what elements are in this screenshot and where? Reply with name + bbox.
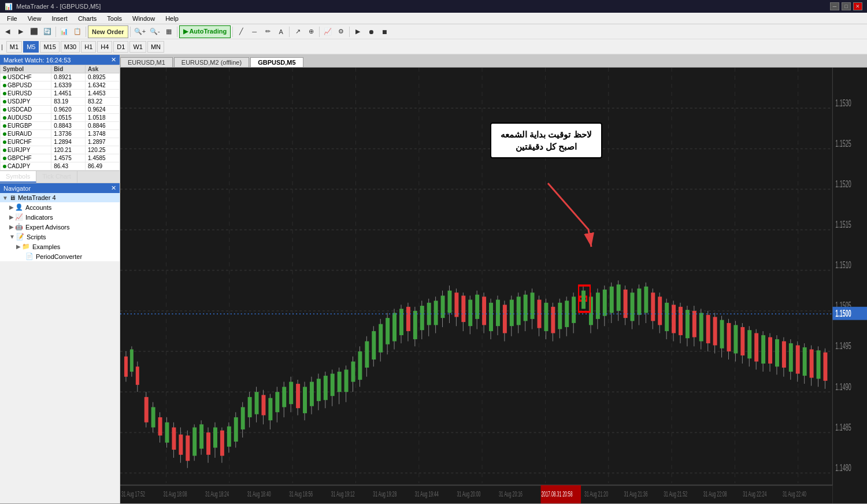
chart-tab-eurusd-m1[interactable]: EURUSD,M1 — [120, 57, 173, 67]
symbol-cell: USDJPY — [1, 98, 51, 106]
nav-scripts[interactable]: ▼ 📝 Scripts — [0, 232, 120, 242]
tb-hline[interactable]: ─ — [248, 25, 261, 38]
chart-canvas[interactable]: GBPUSD,M5 1.1907 1.1908 1.1907 1.1908 — [120, 68, 867, 503]
svg-text:31 Aug 19:28: 31 Aug 19:28 — [373, 490, 397, 498]
market-watch-row[interactable]: USDJPY83.1983.22 — [1, 98, 120, 106]
market-watch-row[interactable]: EURJPY120.21120.25 — [1, 146, 120, 154]
tab-tick-chart[interactable]: Tick Chart — [36, 171, 77, 183]
svg-rect-63 — [261, 395, 265, 415]
tb-arrow[interactable]: ↗ — [291, 25, 304, 38]
svg-rect-174 — [644, 287, 648, 313]
tf-m1[interactable]: M1 — [6, 41, 22, 53]
nav-expert-advisors[interactable]: ▶ 🤖 Expert Advisors — [0, 222, 120, 232]
new-order-button[interactable]: New Order — [88, 25, 128, 38]
svg-rect-119 — [454, 292, 458, 317]
autotrading-button[interactable]: ▶ AutoTrading — [179, 25, 231, 38]
tb-refresh[interactable]: 🔄 — [41, 25, 54, 38]
menu-help[interactable]: Help — [161, 14, 183, 23]
nav-examples[interactable]: ▶ 📁 Examples — [0, 242, 120, 251]
tb-line[interactable]: ╱ — [235, 25, 247, 38]
tf-m30[interactable]: M30 — [61, 41, 80, 53]
svg-rect-198 — [727, 323, 731, 351]
tb-indicators[interactable]: 📈 — [321, 25, 334, 38]
minimize-button[interactable]: ─ — [830, 2, 839, 10]
tb-record[interactable]: ⏺ — [365, 25, 377, 38]
chart-tabs: EURUSD,M1 EURUSD,M2 (offline) GBPUSD,M5 — [120, 55, 867, 68]
svg-rect-196 — [720, 320, 724, 349]
svg-text:1.1520: 1.1520 — [835, 179, 851, 189]
tb-new-chart[interactable]: 📊 — [58, 25, 71, 38]
svg-text:31 Aug 18:24: 31 Aug 18:24 — [205, 490, 229, 498]
market-watch-row[interactable]: GBPUSD1.63391.6342 — [1, 81, 120, 90]
tf-h1[interactable]: H1 — [81, 41, 96, 53]
svg-text:1.1490: 1.1490 — [835, 381, 851, 392]
tb-zoom-in[interactable]: 🔍+ — [132, 25, 147, 38]
market-watch-row[interactable]: AUDUSD1.05151.0518 — [1, 114, 120, 122]
nav-accounts-label: Accounts — [25, 204, 51, 211]
menu-charts[interactable]: Charts — [73, 14, 101, 23]
nav-accounts[interactable]: ▶ 👤 Accounts — [0, 202, 120, 212]
nav-examples-label: Examples — [32, 243, 60, 250]
svg-rect-145 — [544, 303, 548, 331]
status-dot — [3, 124, 6, 128]
svg-rect-51 — [220, 431, 224, 456]
tb-back[interactable]: ◀ — [1, 25, 14, 38]
symbol-cell: GBPCHF — [1, 154, 51, 162]
tf-m5[interactable]: M5 — [23, 41, 39, 53]
toolbar-row-1: ◀ ▶ ⬛ 🔄 📊 📋 New Order 🔍+ 🔍- ▦ ▶ AutoTrad… — [0, 24, 867, 39]
tab-symbols[interactable]: Symbols — [0, 171, 36, 183]
market-watch-row[interactable]: USDCHF0.89210.8925 — [1, 73, 120, 81]
market-watch-row[interactable]: EURGBP0.88430.8846 — [1, 122, 120, 130]
symbol-cell: EURUSD — [1, 90, 51, 98]
tb-stop[interactable]: ⬛ — [28, 25, 40, 38]
market-watch-row[interactable]: EURUSD1.44511.4453 — [1, 90, 120, 98]
tf-w1[interactable]: W1 — [129, 41, 146, 53]
nav-indicators[interactable]: ▶ 📈 Indicators — [0, 212, 120, 222]
tf-m15[interactable]: M15 — [40, 41, 59, 53]
sep5 — [232, 27, 233, 37]
tb-zoom-out[interactable]: 🔍- — [148, 25, 162, 38]
tb-stop2[interactable]: ⏹ — [378, 25, 391, 38]
tb-forward[interactable]: ▶ — [14, 25, 27, 38]
close-button[interactable]: ✕ — [853, 2, 862, 10]
tf-d1[interactable]: D1 — [113, 41, 128, 53]
market-watch-close[interactable]: ✕ — [111, 56, 116, 64]
tf-h4[interactable]: H4 — [97, 41, 112, 53]
ask-cell: 86.49 — [86, 162, 120, 171]
maximize-button[interactable]: □ — [842, 2, 851, 10]
tb-profiles[interactable]: 📋 — [71, 25, 84, 38]
accounts-expander: ▶ — [9, 204, 14, 210]
tb-pen[interactable]: ✏ — [261, 25, 274, 38]
chart-tab-eurusd-m2[interactable]: EURUSD,M2 (offline) — [174, 57, 249, 67]
tf-mn[interactable]: MN — [147, 41, 164, 53]
nav-metatrader4[interactable]: ▼ 🖥 MetaTrader 4 — [0, 193, 120, 202]
nav-period-converter[interactable]: 📄 PeriodConverter — [0, 251, 120, 261]
menu-file[interactable]: File — [2, 14, 22, 23]
svg-rect-99 — [386, 318, 390, 344]
market-watch-row[interactable]: EURCHF1.28941.2897 — [1, 138, 120, 146]
tb-play[interactable]: ▶ — [351, 25, 364, 38]
accounts-icon: 👤 — [15, 203, 23, 211]
tb-templates[interactable]: ⚙ — [335, 25, 347, 38]
market-watch-row[interactable]: CADJPY86.4386.49 — [1, 162, 120, 171]
bid-cell: 1.3736 — [51, 130, 86, 138]
market-watch-row[interactable]: EURAUD1.37361.3748 — [1, 130, 120, 138]
menu-view[interactable]: View — [23, 14, 46, 23]
svg-rect-162 — [603, 290, 607, 316]
navigator-close[interactable]: ✕ — [111, 184, 116, 192]
menu-tools[interactable]: Tools — [102, 14, 127, 23]
menu-insert[interactable]: Insert — [47, 14, 72, 23]
tb-chart-type[interactable]: ▦ — [162, 25, 175, 38]
tb-text[interactable]: A — [275, 25, 287, 38]
nav-mt4-label: MetaTrader 4 — [18, 194, 56, 201]
market-watch-row[interactable]: USDCAD0.96200.9624 — [1, 106, 120, 114]
ask-cell: 0.8846 — [86, 122, 120, 130]
chart-tab-gbpusd-m5[interactable]: GBPUSD,M5 — [250, 57, 303, 67]
navigator-panel: Navigator ✕ ▼ 🖥 MetaTrader 4 ▶ 👤 Account… — [0, 183, 120, 503]
bid-cell: 1.6339 — [51, 81, 86, 90]
menu-window[interactable]: Window — [128, 14, 160, 23]
svg-rect-141 — [531, 292, 535, 319]
market-watch-row[interactable]: GBPCHF1.45751.4585 — [1, 154, 120, 162]
ask-cell: 1.0518 — [86, 114, 120, 122]
tb-cursor[interactable]: ⊕ — [305, 25, 317, 38]
